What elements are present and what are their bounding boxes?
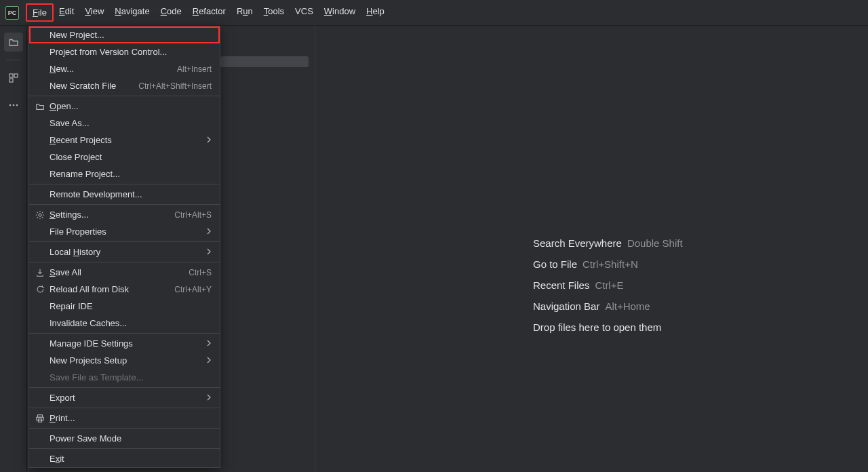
chevron-right-icon bbox=[206, 135, 212, 145]
menu-window[interactable]: Window bbox=[319, 3, 361, 22]
chevron-right-icon bbox=[206, 338, 212, 349]
menu-separator bbox=[29, 428, 220, 429]
menuitem-local-history[interactable]: Local History bbox=[29, 243, 220, 260]
menuitem-label: File Properties bbox=[50, 227, 106, 237]
menu-vcs[interactable]: VCS bbox=[290, 3, 319, 22]
menuitem-settings[interactable]: Settings...Ctrl+Alt+S bbox=[29, 206, 220, 223]
tip-row: Go to FileCtrl+Shift+N bbox=[533, 258, 683, 270]
structure-toolwindow-button[interactable] bbox=[4, 68, 23, 87]
project-toolwindow-button[interactable] bbox=[4, 33, 23, 52]
tip-label: Search Everywhere bbox=[533, 237, 622, 249]
menuitem-label: Settings... bbox=[50, 210, 89, 220]
menu-separator bbox=[29, 184, 220, 184]
menuitem-new[interactable]: New...Alt+Insert bbox=[29, 60, 220, 77]
menu-view[interactable]: View bbox=[79, 3, 109, 22]
menuitem-new-project[interactable]: New Project... bbox=[29, 26, 220, 43]
vertical-splitter[interactable] bbox=[315, 26, 315, 472]
menu-edit[interactable]: Edit bbox=[54, 3, 79, 22]
menu-separator bbox=[29, 204, 220, 205]
menu-run[interactable]: Run bbox=[231, 3, 258, 22]
menubar: PC FileEditViewNavigateCodeRefactorRunTo… bbox=[0, 0, 868, 26]
toolbar-separator bbox=[6, 60, 21, 60]
menu-separator bbox=[29, 241, 220, 242]
menuitem-shortcut: Alt+Insert bbox=[177, 64, 212, 74]
chevron-right-icon bbox=[206, 247, 212, 257]
menuitem-manage-ide-settings[interactable]: Manage IDE Settings bbox=[29, 335, 220, 352]
tip-row: Recent FilesCtrl+E bbox=[533, 279, 683, 291]
menuitem-label: Recent Projects bbox=[50, 135, 112, 145]
save-icon bbox=[35, 267, 45, 278]
chevron-right-icon bbox=[206, 355, 212, 366]
menuitem-project-from-version-control[interactable]: Project from Version Control... bbox=[29, 43, 220, 60]
menuitem-close-project[interactable]: Close Project bbox=[29, 149, 220, 165]
menuitem-label: Save As... bbox=[50, 118, 90, 128]
menuitem-label: Export bbox=[50, 393, 75, 403]
tip-row: Search EverywhereDouble Shift bbox=[533, 237, 683, 249]
menuitem-open[interactable]: Open... bbox=[29, 98, 220, 115]
menu-refactor[interactable]: Refactor bbox=[187, 3, 231, 22]
menuitem-label: Invalidate Caches... bbox=[50, 318, 127, 328]
tip-row: Navigation BarAlt+Home bbox=[533, 300, 683, 312]
svg-rect-2 bbox=[9, 79, 13, 82]
print-icon bbox=[35, 413, 45, 424]
menu-separator bbox=[29, 387, 220, 388]
menuitem-file-properties[interactable]: File Properties bbox=[29, 223, 220, 240]
menuitem-shortcut: Ctrl+Alt+Y bbox=[174, 285, 212, 294]
svg-rect-0 bbox=[9, 74, 13, 77]
menuitem-invalidate-caches[interactable]: Invalidate Caches... bbox=[29, 315, 220, 332]
tip-label: Recent Files bbox=[533, 279, 589, 291]
chevron-right-icon bbox=[206, 227, 212, 237]
menu-file[interactable]: File bbox=[26, 3, 54, 22]
menuitem-label: Repair IDE bbox=[50, 301, 93, 311]
svg-point-6 bbox=[39, 213, 41, 216]
menu-separator bbox=[29, 448, 220, 449]
menuitem-recent-projects[interactable]: Recent Projects bbox=[29, 132, 220, 149]
menuitem-reload-all-from-disk[interactable]: Reload All from DiskCtrl+Alt+Y bbox=[29, 281, 220, 298]
menuitem-new-projects-setup[interactable]: New Projects Setup bbox=[29, 352, 220, 369]
svg-point-3 bbox=[9, 104, 11, 106]
menuitem-label: Open... bbox=[50, 101, 79, 111]
menu-code[interactable]: Code bbox=[155, 3, 187, 22]
svg-rect-7 bbox=[38, 414, 43, 417]
menu-navigate[interactable]: Navigate bbox=[109, 3, 155, 22]
menuitem-label: New Scratch File bbox=[50, 81, 116, 91]
gear-icon bbox=[35, 210, 45, 220]
app-logo: PC bbox=[5, 6, 19, 20]
menuitem-label: Exit bbox=[50, 454, 64, 464]
menuitem-label: Remote Development... bbox=[50, 189, 142, 199]
menuitem-shortcut: Ctrl+Alt+Shift+Insert bbox=[138, 81, 212, 91]
svg-point-5 bbox=[16, 104, 18, 106]
menuitem-exit[interactable]: Exit bbox=[29, 450, 220, 467]
menuitem-label: Save File as Template... bbox=[50, 372, 144, 382]
menuitem-power-save-mode[interactable]: Power Save Mode bbox=[29, 430, 220, 447]
svg-rect-1 bbox=[14, 74, 18, 77]
folder-icon bbox=[35, 101, 45, 112]
menuitem-label: Manage IDE Settings bbox=[50, 338, 133, 349]
menuitem-shortcut: Ctrl+Alt+S bbox=[174, 210, 212, 220]
menuitem-label: Close Project bbox=[50, 152, 102, 162]
menu-tools[interactable]: Tools bbox=[258, 3, 290, 22]
menuitem-new-scratch-file[interactable]: New Scratch FileCtrl+Alt+Shift+Insert bbox=[29, 77, 220, 94]
menu-separator bbox=[29, 408, 220, 408]
menu-separator bbox=[29, 262, 220, 262]
tip-shortcut: Ctrl+Shift+N bbox=[583, 258, 638, 270]
more-icon bbox=[8, 100, 19, 111]
menuitem-save-all[interactable]: Save AllCtrl+S bbox=[29, 264, 220, 281]
menuitem-remote-development[interactable]: Remote Development... bbox=[29, 186, 220, 203]
tip-label: Navigation Bar bbox=[533, 300, 599, 312]
menuitem-label: Save All bbox=[50, 267, 81, 277]
menuitem-save-file-as-template: Save File as Template... bbox=[29, 369, 220, 386]
menuitem-label: New Project... bbox=[50, 30, 104, 40]
menuitem-export[interactable]: Export bbox=[29, 389, 220, 406]
menuitem-save-as[interactable]: Save As... bbox=[29, 115, 220, 132]
menuitem-label: Reload All from Disk bbox=[50, 284, 129, 294]
more-toolwindows-button[interactable] bbox=[4, 96, 23, 115]
menuitem-print[interactable]: Print... bbox=[29, 410, 220, 427]
menu-help[interactable]: Help bbox=[361, 3, 390, 22]
menuitem-label: Project from Version Control... bbox=[50, 47, 167, 57]
tip-shortcut: Double Shift bbox=[627, 237, 683, 249]
menuitem-rename-project[interactable]: Rename Project... bbox=[29, 165, 220, 182]
menuitem-repair-ide[interactable]: Repair IDE bbox=[29, 298, 220, 315]
folder-icon bbox=[8, 37, 19, 47]
menuitem-label: Print... bbox=[50, 413, 75, 423]
